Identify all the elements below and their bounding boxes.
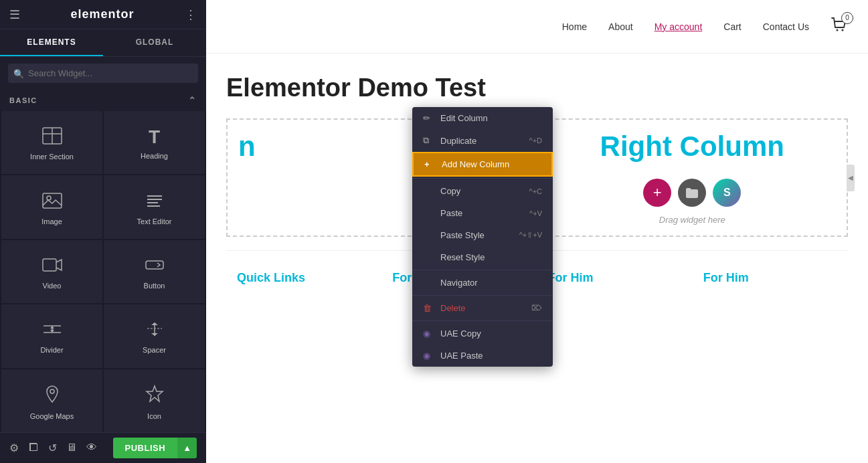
google-maps-icon: [42, 384, 62, 407]
nav-link-contact-us[interactable]: Contact Us: [763, 21, 809, 32]
widget-icon[interactable]: Icon: [104, 369, 205, 432]
folder-button[interactable]: [678, 179, 706, 207]
ctx-divider-4: [412, 320, 553, 321]
icon-widget-icon: [145, 384, 165, 407]
uae-paste-icon: ◉: [423, 351, 434, 361]
cart-badge: 0: [841, 12, 853, 24]
ctx-delete[interactable]: 🗑 Delete ⌦: [412, 297, 553, 319]
nav-link-my-account[interactable]: My account: [655, 21, 703, 32]
ctx-uae-paste[interactable]: ◉ UAE Paste: [412, 345, 553, 367]
ctx-add-new-column[interactable]: + Add New Column: [412, 152, 553, 177]
tab-global[interactable]: GLOBAL: [103, 29, 206, 56]
drag-text: Drag widget here: [659, 215, 725, 225]
button-icon: [145, 256, 165, 276]
inner-section-icon: [42, 127, 62, 147]
ctx-divider-2: [412, 270, 553, 270]
desktop-icon[interactable]: 🖥: [66, 442, 77, 454]
edit-icon: ✏: [423, 113, 434, 123]
settings-icon[interactable]: ⚙: [9, 442, 19, 454]
publish-arrow-button[interactable]: ▲: [177, 438, 197, 458]
tab-elements[interactable]: ELEMENTS: [0, 29, 103, 56]
footer-col-title: For Him: [703, 271, 749, 284]
widget-video[interactable]: Video: [1, 240, 102, 303]
add-widget-button[interactable]: +: [643, 179, 671, 207]
undo-icon[interactable]: ↺: [48, 442, 57, 454]
widget-google-maps[interactable]: Google Maps: [1, 369, 102, 432]
sidebar-header: ☰ elementor ⋮: [0, 0, 206, 29]
publish-button[interactable]: PUBLISH: [113, 438, 178, 458]
uae-copy-icon: ◉: [423, 329, 434, 339]
spacer-icon: [145, 320, 165, 341]
page-title: Elementor Demo Test: [226, 74, 848, 102]
footer-col-title: For Him: [548, 271, 594, 284]
search-icon: 🔍: [13, 68, 24, 78]
top-nav: Home About My account Cart Contact Us 0: [206, 0, 868, 54]
heading-icon: T: [149, 128, 160, 147]
widget-divider[interactable]: Divider: [1, 304, 102, 367]
sidebar-tabs: ELEMENTS GLOBAL: [0, 29, 206, 57]
svg-point-4: [47, 196, 51, 200]
svg-rect-9: [43, 259, 56, 271]
footer-col-for-him-2: For Him: [693, 264, 848, 292]
svg-marker-18: [151, 333, 158, 336]
cart-icon[interactable]: 0: [831, 16, 848, 37]
ctx-duplicate[interactable]: ⧉ Duplicate ^+D: [412, 129, 553, 152]
ctx-uae-copy[interactable]: ◉ UAE Copy: [412, 322, 553, 345]
widget-label: Heading: [141, 152, 168, 160]
footer-icons: ⚙ ⧠ ↺ 🖥 👁: [9, 442, 97, 454]
divider-icon: [42, 320, 62, 341]
ctx-edit-column[interactable]: ✏ Edit Column: [412, 107, 553, 129]
ctx-reset-style[interactable]: Reset Style: [412, 246, 553, 268]
nav-link-cart[interactable]: Cart: [723, 21, 741, 32]
svg-point-23: [842, 29, 844, 31]
widget-label: Google Maps: [30, 412, 74, 420]
layers-icon[interactable]: ⧠: [28, 442, 39, 454]
widget-label: Inner Section: [30, 153, 74, 161]
sidebar: ☰ elementor ⋮ ELEMENTS GLOBAL 🔍 BASIC ⌃: [0, 0, 206, 463]
widget-label: Divider: [40, 346, 63, 354]
search-input[interactable]: [8, 64, 198, 83]
publish-group: PUBLISH ▲: [113, 438, 197, 458]
col-right-title: Right Column: [600, 130, 784, 163]
logo: elementor: [70, 7, 134, 21]
chevron-down-icon[interactable]: ⌃: [188, 95, 197, 106]
ctx-copy[interactable]: Copy ^+C: [412, 180, 553, 202]
widget-spacer[interactable]: Spacer: [104, 304, 205, 367]
svg-point-20: [50, 389, 54, 393]
video-icon: [42, 256, 62, 276]
main-area: Home About My account Cart Contact Us 0 …: [206, 0, 868, 463]
sidebar-footer: ⚙ ⧠ ↺ 🖥 👁 PUBLISH ▲: [0, 432, 206, 463]
hamburger-menu-icon[interactable]: ☰: [9, 7, 20, 22]
eye-icon[interactable]: 👁: [86, 442, 97, 454]
widget-heading[interactable]: T Heading: [104, 111, 205, 174]
nav-link-about[interactable]: About: [608, 21, 633, 32]
widget-label: Video: [43, 282, 62, 290]
duplicate-icon: ⧉: [423, 135, 434, 146]
ctx-navigator[interactable]: Navigator: [412, 272, 553, 294]
widget-text-editor[interactable]: Text Editor: [104, 175, 205, 238]
widget-button[interactable]: Button: [104, 240, 205, 303]
widget-label: Icon: [147, 412, 161, 420]
ctx-paste[interactable]: Paste ^+V: [412, 202, 553, 224]
col-right: Right Column + S Drag widget here: [538, 120, 847, 236]
widget-grid: Inner Section T Heading Image: [0, 111, 206, 432]
grid-icon[interactable]: ⋮: [185, 7, 197, 22]
collapse-handle[interactable]: ◀: [847, 165, 855, 191]
s-button[interactable]: S: [713, 179, 741, 207]
widget-label: Spacer: [143, 346, 166, 354]
footer-col-quick-links: Quick Links: [226, 264, 381, 292]
svg-marker-21: [147, 386, 163, 401]
context-menu: ✏ Edit Column ⧉ Duplicate ^+D + Add New …: [412, 107, 553, 367]
widget-image[interactable]: Image: [1, 175, 102, 238]
svg-marker-17: [151, 322, 158, 325]
widget-inner-section[interactable]: Inner Section: [1, 111, 102, 174]
svg-rect-3: [43, 193, 62, 208]
nav-link-home[interactable]: Home: [562, 21, 587, 32]
image-icon: [42, 192, 62, 212]
ctx-paste-style[interactable]: Paste Style ^+⇧+V: [412, 224, 553, 246]
delete-icon: 🗑: [423, 303, 434, 313]
ctx-divider-3: [412, 295, 553, 296]
drag-area: + S Drag widget here: [643, 179, 741, 225]
search-bar: 🔍: [0, 57, 206, 90]
footer-col-title: Quick Links: [237, 271, 305, 284]
